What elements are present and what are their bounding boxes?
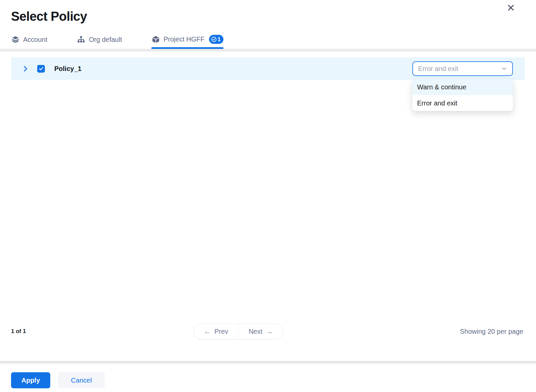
x-icon bbox=[506, 3, 516, 12]
chevron-right-icon bbox=[21, 65, 29, 73]
close-button[interactable] bbox=[505, 2, 517, 13]
chevron-down-icon bbox=[500, 65, 508, 72]
tab-account[interactable]: Account bbox=[11, 35, 47, 49]
dropdown-option-warn-continue[interactable]: Warn & continue bbox=[412, 79, 513, 95]
tab-org-default[interactable]: Org default bbox=[77, 35, 122, 49]
pagination-bar: 1 of 1 ← Prev Next → Showing 20 per page bbox=[0, 323, 536, 339]
tab-project-hgff[interactable]: Project HGFF 1 bbox=[151, 35, 223, 49]
apply-button[interactable]: Apply bbox=[11, 372, 50, 388]
policy-scope-tabs: Account Org default Project HGFF bbox=[11, 35, 525, 49]
policy-action-select[interactable]: Error and exit bbox=[412, 61, 513, 76]
policy-row: Policy_1 Error and exit Warn & continue … bbox=[11, 57, 525, 80]
pager-group: ← Prev Next → bbox=[194, 323, 283, 339]
cancel-button[interactable]: Cancel bbox=[58, 372, 105, 388]
page-status: 1 of 1 bbox=[11, 328, 26, 335]
prev-page-button[interactable]: ← Prev bbox=[194, 324, 238, 339]
policy-checkbox[interactable] bbox=[37, 65, 45, 73]
select-value: Error and exit bbox=[418, 65, 500, 73]
dropdown-option-error-exit[interactable]: Error and exit bbox=[412, 95, 513, 111]
per-page-status: Showing 20 per page bbox=[460, 328, 523, 335]
package-icon bbox=[151, 35, 160, 44]
modal-footer: Apply Cancel bbox=[0, 361, 536, 392]
prev-label: Prev bbox=[214, 328, 228, 335]
check-icon bbox=[39, 66, 44, 71]
next-page-button[interactable]: Next → bbox=[238, 324, 283, 339]
tab-project-hgff-label: Project HGFF bbox=[163, 35, 204, 43]
org-chart-icon bbox=[77, 35, 85, 44]
policy-action-dropdown: Warn & continue Error and exit bbox=[412, 79, 513, 111]
selected-count-badge: 1 bbox=[209, 35, 223, 44]
footer-divider bbox=[0, 361, 536, 364]
policy-name: Policy_1 bbox=[54, 65, 81, 73]
arrow-left-icon: ← bbox=[204, 328, 211, 335]
header-divider bbox=[0, 49, 536, 52]
tab-org-default-label: Org default bbox=[89, 36, 122, 44]
layers-icon bbox=[11, 35, 20, 44]
tab-account-label: Account bbox=[23, 36, 47, 44]
next-label: Next bbox=[249, 328, 262, 335]
arrow-right-icon: → bbox=[266, 328, 273, 335]
page-title: Select Policy bbox=[11, 9, 536, 24]
expand-row-button[interactable] bbox=[21, 65, 29, 73]
check-circle-icon bbox=[211, 36, 217, 43]
badge-count: 1 bbox=[217, 36, 220, 43]
